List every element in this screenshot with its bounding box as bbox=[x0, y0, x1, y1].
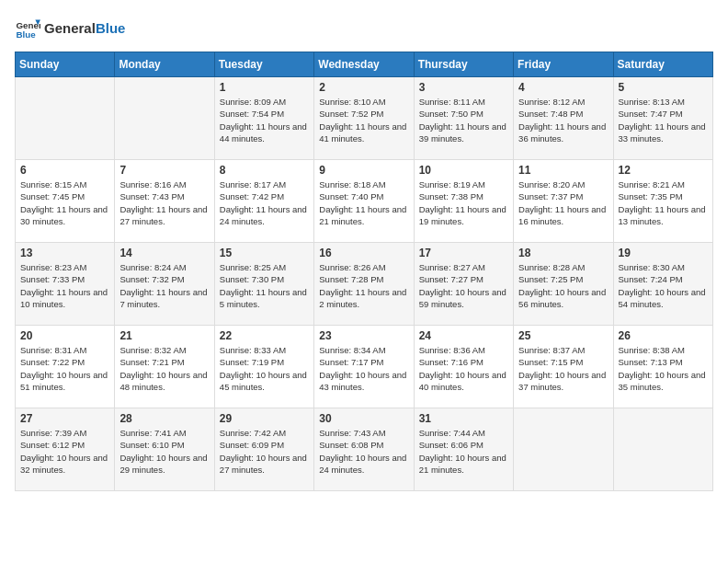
day-number: 17 bbox=[419, 247, 508, 259]
day-info: Sunrise: 8:23 AM Sunset: 7:33 PM Dayligh… bbox=[20, 261, 109, 310]
weekday-header-monday: Monday bbox=[115, 52, 214, 77]
calendar-week-4: 20Sunrise: 8:31 AM Sunset: 7:22 PM Dayli… bbox=[16, 326, 713, 408]
day-info: Sunrise: 8:12 AM Sunset: 7:48 PM Dayligh… bbox=[518, 96, 608, 144]
calendar-cell: 20Sunrise: 8:31 AM Sunset: 7:22 PM Dayli… bbox=[16, 326, 115, 408]
calendar-cell: 30Sunrise: 7:43 AM Sunset: 6:08 PM Dayli… bbox=[314, 408, 414, 491]
day-number: 30 bbox=[319, 412, 408, 425]
day-number: 27 bbox=[20, 412, 109, 425]
day-number: 12 bbox=[619, 164, 708, 177]
day-number: 24 bbox=[419, 329, 508, 342]
day-number: 18 bbox=[518, 247, 608, 259]
calendar-cell: 8Sunrise: 8:17 AM Sunset: 7:42 PM Daylig… bbox=[214, 160, 313, 243]
day-number: 26 bbox=[619, 329, 708, 342]
calendar-cell: 24Sunrise: 8:36 AM Sunset: 7:16 PM Dayli… bbox=[414, 326, 513, 408]
logo-text: GeneralBlue bbox=[44, 20, 125, 36]
calendar-cell: 18Sunrise: 8:28 AM Sunset: 7:25 PM Dayli… bbox=[514, 243, 613, 326]
calendar-cell: 19Sunrise: 8:30 AM Sunset: 7:24 PM Dayli… bbox=[613, 243, 712, 326]
calendar-cell: 29Sunrise: 7:42 AM Sunset: 6:09 PM Dayli… bbox=[214, 408, 313, 491]
day-number: 5 bbox=[619, 81, 708, 94]
day-number: 6 bbox=[20, 164, 109, 177]
day-number: 8 bbox=[220, 164, 309, 177]
calendar-week-3: 13Sunrise: 8:23 AM Sunset: 7:33 PM Dayli… bbox=[16, 243, 713, 326]
day-number: 7 bbox=[119, 164, 209, 177]
day-number: 1 bbox=[220, 81, 309, 94]
calendar-cell: 31Sunrise: 7:44 AM Sunset: 6:06 PM Dayli… bbox=[414, 408, 513, 491]
day-number: 4 bbox=[518, 81, 608, 94]
calendar-cell bbox=[16, 77, 115, 160]
day-info: Sunrise: 8:11 AM Sunset: 7:50 PM Dayligh… bbox=[419, 96, 508, 144]
calendar-cell: 4Sunrise: 8:12 AM Sunset: 7:48 PM Daylig… bbox=[514, 77, 613, 160]
day-info: Sunrise: 8:38 AM Sunset: 7:13 PM Dayligh… bbox=[619, 344, 708, 393]
day-info: Sunrise: 8:19 AM Sunset: 7:38 PM Dayligh… bbox=[419, 178, 508, 227]
day-info: Sunrise: 8:31 AM Sunset: 7:22 PM Dayligh… bbox=[20, 344, 109, 393]
day-number: 2 bbox=[319, 81, 408, 94]
calendar-table: SundayMondayTuesdayWednesdayThursdayFrid… bbox=[15, 52, 713, 491]
calendar-cell: 14Sunrise: 8:24 AM Sunset: 7:32 PM Dayli… bbox=[115, 243, 214, 326]
day-number: 29 bbox=[220, 412, 309, 425]
weekday-header-tuesday: Tuesday bbox=[214, 52, 313, 77]
weekday-header-wednesday: Wednesday bbox=[314, 52, 414, 77]
day-info: Sunrise: 8:16 AM Sunset: 7:43 PM Dayligh… bbox=[119, 178, 209, 227]
day-info: Sunrise: 8:33 AM Sunset: 7:19 PM Dayligh… bbox=[220, 344, 309, 393]
day-number: 25 bbox=[518, 329, 608, 342]
calendar-cell: 21Sunrise: 8:32 AM Sunset: 7:21 PM Dayli… bbox=[115, 326, 214, 408]
day-number: 19 bbox=[619, 247, 708, 259]
day-number: 22 bbox=[220, 329, 309, 342]
day-info: Sunrise: 8:30 AM Sunset: 7:24 PM Dayligh… bbox=[619, 261, 708, 310]
day-info: Sunrise: 8:25 AM Sunset: 7:30 PM Dayligh… bbox=[220, 261, 309, 310]
day-number: 15 bbox=[220, 247, 309, 259]
calendar-cell bbox=[514, 408, 613, 491]
calendar-cell: 16Sunrise: 8:26 AM Sunset: 7:28 PM Dayli… bbox=[314, 243, 414, 326]
day-info: Sunrise: 7:41 AM Sunset: 6:10 PM Dayligh… bbox=[119, 427, 209, 476]
calendar-cell: 28Sunrise: 7:41 AM Sunset: 6:10 PM Dayli… bbox=[115, 408, 214, 491]
calendar-cell: 5Sunrise: 8:13 AM Sunset: 7:47 PM Daylig… bbox=[613, 77, 712, 160]
day-number: 16 bbox=[319, 247, 408, 259]
day-number: 9 bbox=[319, 164, 408, 177]
weekday-header-thursday: Thursday bbox=[414, 52, 513, 77]
calendar-cell: 6Sunrise: 8:15 AM Sunset: 7:45 PM Daylig… bbox=[16, 160, 115, 243]
day-info: Sunrise: 7:39 AM Sunset: 6:12 PM Dayligh… bbox=[20, 427, 109, 476]
day-info: Sunrise: 8:27 AM Sunset: 7:27 PM Dayligh… bbox=[419, 261, 508, 310]
calendar-cell: 9Sunrise: 8:18 AM Sunset: 7:40 PM Daylig… bbox=[314, 160, 414, 243]
calendar-week-1: 1Sunrise: 8:09 AM Sunset: 7:54 PM Daylig… bbox=[16, 77, 713, 160]
calendar-cell: 26Sunrise: 8:38 AM Sunset: 7:13 PM Dayli… bbox=[613, 326, 712, 408]
calendar-cell bbox=[115, 77, 214, 160]
day-info: Sunrise: 8:09 AM Sunset: 7:54 PM Dayligh… bbox=[220, 96, 309, 144]
day-info: Sunrise: 8:32 AM Sunset: 7:21 PM Dayligh… bbox=[119, 344, 209, 393]
day-info: Sunrise: 8:36 AM Sunset: 7:16 PM Dayligh… bbox=[419, 344, 508, 393]
calendar-cell: 2Sunrise: 8:10 AM Sunset: 7:52 PM Daylig… bbox=[314, 77, 414, 160]
calendar-week-2: 6Sunrise: 8:15 AM Sunset: 7:45 PM Daylig… bbox=[16, 160, 713, 243]
day-info: Sunrise: 8:13 AM Sunset: 7:47 PM Dayligh… bbox=[619, 96, 708, 144]
day-info: Sunrise: 8:10 AM Sunset: 7:52 PM Dayligh… bbox=[319, 96, 408, 144]
calendar-cell: 25Sunrise: 8:37 AM Sunset: 7:15 PM Dayli… bbox=[514, 326, 613, 408]
day-number: 28 bbox=[119, 412, 209, 425]
calendar-week-5: 27Sunrise: 7:39 AM Sunset: 6:12 PM Dayli… bbox=[16, 408, 713, 491]
calendar-cell: 17Sunrise: 8:27 AM Sunset: 7:27 PM Dayli… bbox=[414, 243, 513, 326]
day-info: Sunrise: 8:34 AM Sunset: 7:17 PM Dayligh… bbox=[319, 344, 408, 393]
day-info: Sunrise: 8:17 AM Sunset: 7:42 PM Dayligh… bbox=[220, 178, 309, 227]
logo-icon: General Blue bbox=[15, 15, 40, 40]
weekday-header-friday: Friday bbox=[514, 52, 613, 77]
day-number: 31 bbox=[419, 412, 508, 425]
weekday-header-sunday: Sunday bbox=[16, 52, 115, 77]
calendar-cell: 11Sunrise: 8:20 AM Sunset: 7:37 PM Dayli… bbox=[514, 160, 613, 243]
day-number: 23 bbox=[319, 329, 408, 342]
calendar-cell: 22Sunrise: 8:33 AM Sunset: 7:19 PM Dayli… bbox=[214, 326, 313, 408]
svg-text:Blue: Blue bbox=[16, 29, 36, 40]
day-info: Sunrise: 8:37 AM Sunset: 7:15 PM Dayligh… bbox=[518, 344, 608, 393]
day-info: Sunrise: 7:42 AM Sunset: 6:09 PM Dayligh… bbox=[220, 427, 309, 476]
calendar-cell: 27Sunrise: 7:39 AM Sunset: 6:12 PM Dayli… bbox=[16, 408, 115, 491]
day-number: 11 bbox=[518, 164, 608, 177]
calendar-cell: 1Sunrise: 8:09 AM Sunset: 7:54 PM Daylig… bbox=[214, 77, 313, 160]
page-header: General Blue GeneralBlue bbox=[15, 15, 713, 40]
day-info: Sunrise: 8:20 AM Sunset: 7:37 PM Dayligh… bbox=[518, 178, 608, 227]
day-info: Sunrise: 8:18 AM Sunset: 7:40 PM Dayligh… bbox=[319, 178, 408, 227]
day-info: Sunrise: 8:28 AM Sunset: 7:25 PM Dayligh… bbox=[518, 261, 608, 310]
calendar-cell bbox=[613, 408, 712, 491]
day-number: 3 bbox=[419, 81, 508, 94]
calendar-cell: 13Sunrise: 8:23 AM Sunset: 7:33 PM Dayli… bbox=[16, 243, 115, 326]
day-number: 20 bbox=[20, 329, 109, 342]
calendar-cell: 12Sunrise: 8:21 AM Sunset: 7:35 PM Dayli… bbox=[613, 160, 712, 243]
day-info: Sunrise: 7:44 AM Sunset: 6:06 PM Dayligh… bbox=[419, 427, 508, 476]
day-number: 10 bbox=[419, 164, 508, 177]
